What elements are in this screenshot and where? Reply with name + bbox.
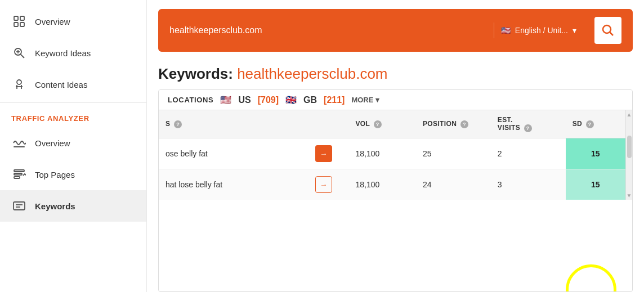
page-domain: healthkeepersclub.com [237,65,387,82]
sidebar-label-keyword-ideas: Keyword Ideas [35,48,91,58]
sidebar-item-top-pages[interactable]: Top Pages [0,159,146,190]
svg-rect-15 [14,177,20,178]
sidebar-label-overview: Overview [35,17,70,26]
sidebar-item-overview[interactable]: Overview [0,6,146,37]
cell-vol-0: 18,100 [348,138,416,169]
svg-rect-16 [14,202,25,210]
sidebar-divider [0,102,146,103]
us-flag-search: 🇺🇸 [501,26,511,35]
question-icon-s[interactable]: ? [174,120,182,128]
table-area: S ? VOL ? POSITION ? EST.VISITS ? [159,110,632,200]
question-icon-sd[interactable]: ? [586,120,594,128]
arrow-button-0[interactable]: → [315,145,332,162]
keywords-table: S ? VOL ? POSITION ? EST.VISITS ? [159,110,625,200]
chart-icon [11,14,27,29]
chevron-down-icon: ▾ [573,26,576,35]
locations-label: LOCATIONS [168,96,213,104]
cell-arrow-1: → [308,169,349,200]
search-button[interactable] [594,17,621,44]
svg-point-19 [603,25,611,33]
cell-arrow-0: → [308,138,349,169]
sidebar: Overview Keyword Ideas Content Ideas TRA… [0,0,147,292]
col-header-sd: SD ? [566,110,625,138]
col-header-keyword: S ? [159,110,308,138]
gb-count: [211] [324,95,345,105]
question-icon-estvisits[interactable]: ? [524,124,532,132]
table-header-row: S ? VOL ? POSITION ? EST.VISITS ? [159,110,625,138]
domain-input[interactable]: healthkeepersclub.com [169,25,487,35]
gb-flag: 🇬🇧 [285,95,297,105]
table-row: ose belly fat → 18,100 25 2 15 [159,138,625,169]
sidebar-item-keyword-ideas[interactable]: Keyword Ideas [0,37,146,69]
cell-vol-1: 18,100 [348,169,416,200]
cell-estvisits-0: 2 [491,138,566,169]
keywords-table-wrapper: LOCATIONS 🇺🇸 US [709] 🇬🇧 GB [211] MORE ▾… [158,89,633,292]
svg-rect-13 [14,170,24,172]
scroll-up-icon[interactable]: ▲ [625,110,633,119]
svg-rect-2 [14,23,18,26]
more-button[interactable]: MORE ▾ [351,96,379,104]
main-content: healthkeepersclub.com 🇺🇸 English / Unit.… [147,0,644,292]
cell-sd-1: 15 [566,169,625,200]
scroll-thumb[interactable] [627,136,632,158]
language-selector[interactable]: 🇺🇸 English / Unit... ▾ [494,23,583,38]
sidebar-label-top-pages: Top Pages [35,170,75,179]
col-header-estvisits: EST.VISITS ? [491,110,566,138]
sidebar-item-content-ideas[interactable]: Content Ideas [0,69,146,100]
svg-rect-12 [14,146,25,147]
arrow-button-1[interactable]: → [315,176,332,193]
highlight-circle [566,264,616,292]
question-icon-position[interactable]: ? [460,120,468,128]
chevron-down-icon-more: ▾ [375,96,379,104]
gb-code: GB [303,95,317,105]
keyword-icon [11,45,27,61]
keywords-nav-icon [11,198,27,214]
sidebar-label-keywords: Keywords [35,201,75,211]
sidebar-label-content-ideas: Content Ideas [35,80,87,89]
sidebar-label-traffic-overview: Overview [35,138,70,148]
wave-icon [11,135,27,151]
us-count: [709] [258,95,279,105]
sidebar-item-traffic-overview[interactable]: Overview [0,127,146,159]
traffic-analyzer-header: TRAFFIC ANALYZER [0,105,146,127]
cell-position-0: 25 [416,138,491,169]
cell-keyword-0: ose belly fat [159,138,308,169]
svg-line-5 [21,55,25,59]
cell-sd-0: 15 [566,138,625,169]
question-icon-vol[interactable]: ? [374,120,382,128]
svg-rect-14 [14,173,22,175]
svg-rect-3 [20,23,24,26]
keywords-label: Keywords: [158,65,233,82]
scroll-down-icon[interactable]: ▼ [625,191,633,200]
table-scrollbar[interactable]: ▲ ▼ [625,110,632,200]
locations-row: LOCATIONS 🇺🇸 US [709] 🇬🇧 GB [211] MORE ▾ [159,90,632,110]
language-label: English / Unit... [515,26,568,35]
cell-keyword-1: hat lose belly fat [159,169,308,200]
more-label: MORE [351,96,373,104]
svg-line-20 [610,32,613,35]
col-header-position: POSITION ? [416,110,491,138]
table-row: hat lose belly fat → 18,100 24 3 15 [159,169,625,200]
svg-rect-0 [14,16,18,20]
col-header-arrow [308,110,349,138]
search-bar: healthkeepersclub.com 🇺🇸 English / Unit.… [158,9,633,52]
sidebar-item-keywords[interactable]: Keywords [0,190,146,222]
svg-point-8 [17,80,21,84]
cell-estvisits-1: 3 [491,169,566,200]
table-body: ose belly fat → 18,100 25 2 15 hat lose … [159,138,625,200]
us-code: US [238,95,251,105]
cell-position-1: 24 [416,169,491,200]
svg-rect-1 [20,16,24,20]
toppages-icon [11,167,27,182]
col-header-vol: VOL ? [348,110,416,138]
us-flag: 🇺🇸 [220,95,231,105]
page-title: Keywords: healthkeepersclub.com [147,61,644,89]
content-icon [11,77,27,92]
